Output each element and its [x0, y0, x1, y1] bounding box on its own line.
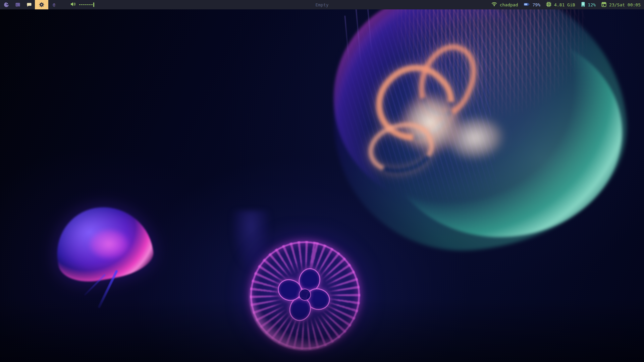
wifi-icon	[491, 2, 497, 7]
status-modules: chadpad 79%	[491, 0, 644, 9]
ram-module[interactable]: 12%	[581, 2, 596, 8]
volume-slider[interactable]	[79, 4, 93, 5]
memory-module[interactable]: 4.81 GiB	[546, 2, 575, 8]
svg-text:>_: >_	[16, 4, 19, 6]
battery-icon	[524, 2, 530, 7]
firefox-icon	[4, 2, 9, 7]
network-ssid: chadpad	[500, 2, 518, 7]
workspace-terminal[interactable]: >_	[12, 0, 23, 9]
gear-icon	[39, 2, 44, 7]
ram-percent: 12%	[588, 2, 596, 7]
chat-icon	[26, 2, 32, 7]
round-jellyfish-bottom	[249, 240, 361, 351]
memory-used: 4.81 GiB	[554, 2, 575, 7]
workspace-mail[interactable]: @	[48, 0, 60, 9]
network-module[interactable]: chadpad	[491, 2, 518, 7]
svg-text:@: @	[53, 2, 55, 7]
chip-icon	[546, 2, 551, 8]
clock-text: 23/Sat 00:05	[609, 2, 641, 7]
ram-icon	[581, 2, 585, 8]
clock-module[interactable]: 23/Sat 00:05	[601, 2, 641, 8]
speaker-icon	[70, 2, 76, 8]
at-icon: @	[51, 2, 57, 7]
workspace-settings[interactable]	[35, 0, 48, 9]
jellyfish-pink-rim	[50, 199, 156, 287]
status-bar: >_	[0, 0, 644, 9]
desktop-wallpaper	[0, 9, 644, 362]
volume-slider-handle[interactable]	[93, 3, 94, 7]
workspace-chat[interactable]	[23, 0, 35, 9]
volume-module[interactable]	[70, 2, 93, 8]
calendar-icon	[601, 2, 606, 8]
purple-jellyfish-left	[50, 204, 158, 304]
desktop-screen: >_	[0, 0, 644, 362]
terminal-icon: >_	[15, 2, 20, 7]
battery-percent: 79%	[532, 2, 540, 7]
window-title: Empty	[315, 2, 328, 7]
workspace-browser[interactable]	[1, 0, 12, 9]
workspaces: >_	[0, 0, 60, 9]
battery-module[interactable]: 79%	[524, 2, 540, 7]
